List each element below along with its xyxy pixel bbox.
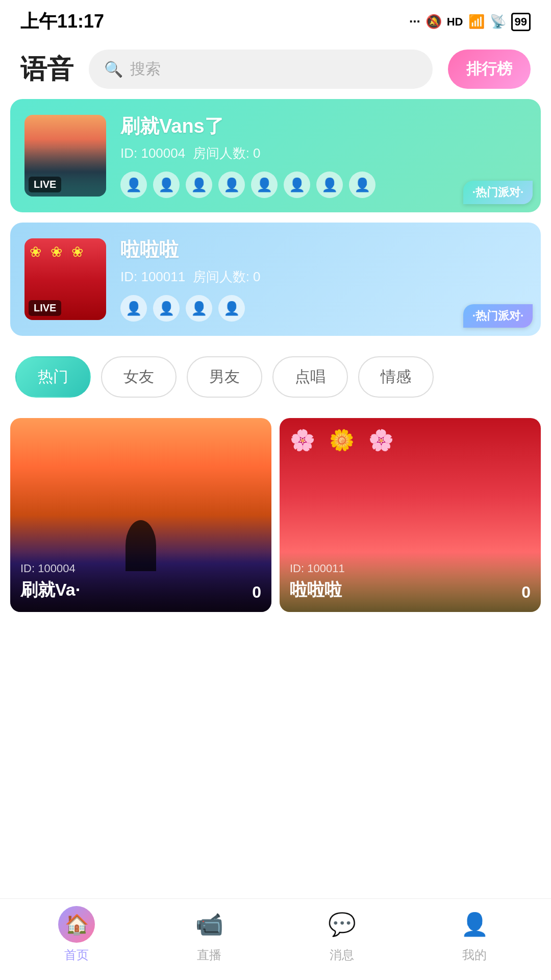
grid-card-2[interactable]: ID: 100011 啦啦啦 0 xyxy=(280,418,541,612)
status-bar: 上午11:17 ··· 🔕 HD 📶 📡 99 xyxy=(0,0,551,39)
room-meta-2: ID: 100011 房间人数: 0 xyxy=(120,268,527,286)
seat-icon: 👤 xyxy=(120,172,147,198)
nav-label-messages: 消息 xyxy=(330,947,354,963)
seat-icon: 👤 xyxy=(316,172,343,198)
live-badge-1: LIVE xyxy=(29,177,61,192)
room-meta-1: ID: 100004 房间人数: 0 xyxy=(120,144,527,162)
grid-card-overlay-2: ID: 100011 啦啦啦 xyxy=(280,552,541,612)
cat-tab-sing[interactable]: 点唱 xyxy=(272,356,348,398)
grid-card-name-2: 啦啦啦 xyxy=(290,578,531,602)
grid-card-name-1: 刷就Va· xyxy=(20,578,261,602)
cat-tab-hot[interactable]: 热门 xyxy=(15,356,91,398)
bottom-nav: 🏠 首页 📹 直播 💬 消息 👤 我的 xyxy=(0,898,551,980)
grid-section: ID: 100004 刷就Va· 0 ID: 100011 啦啦啦 0 xyxy=(0,408,551,622)
room-card-1[interactable]: LIVE 刷就Vans了 ID: 100004 房间人数: 0 👤 👤 👤 👤 … xyxy=(10,99,541,212)
seat-icon: 👤 xyxy=(349,172,375,198)
messages-icon: 💬 xyxy=(323,906,360,943)
grid-card-1[interactable]: ID: 100004 刷就Va· 0 xyxy=(10,418,271,612)
grid-card-count-2: 0 xyxy=(521,583,531,602)
nav-label-live: 直播 xyxy=(197,947,221,963)
nav-item-messages[interactable]: 💬 消息 xyxy=(276,906,408,963)
signal-bars-icon: 📶 xyxy=(468,14,485,30)
page-title: 语音 xyxy=(20,52,73,87)
live-icon: 📹 xyxy=(191,906,228,943)
seat-icon: 👤 xyxy=(284,172,310,198)
cat-tab-emotion[interactable]: 情感 xyxy=(358,356,434,398)
hot-tag-1: ·热门派对· xyxy=(463,181,533,204)
hot-tag-2: ·热门派对· xyxy=(463,304,533,328)
room-card-2[interactable]: LIVE 啦啦啦 ID: 100011 房间人数: 0 👤 👤 👤 👤 ·热门派… xyxy=(10,223,541,336)
seat-icon: 👤 xyxy=(120,295,147,322)
nav-label-home: 首页 xyxy=(64,947,89,963)
seat-icon: 👤 xyxy=(153,295,180,322)
status-time: 上午11:17 xyxy=(20,9,104,34)
room-name-2: 啦啦啦 xyxy=(120,237,527,263)
nav-label-profile: 我的 xyxy=(462,947,487,963)
signal-icon: ··· xyxy=(409,14,420,30)
home-icon: 🏠 xyxy=(58,906,95,943)
search-icon: 🔍 xyxy=(104,60,123,78)
seat-icon: 👤 xyxy=(251,172,278,198)
cards-grid: ID: 100004 刷就Va· 0 ID: 100011 啦啦啦 0 xyxy=(10,418,541,612)
mute-icon: 🔕 xyxy=(425,14,442,30)
room-thumb-1: LIVE xyxy=(24,115,106,197)
grid-card-overlay-1: ID: 100004 刷就Va· xyxy=(10,552,271,612)
status-icons: ··· 🔕 HD 📶 📡 99 xyxy=(409,13,531,31)
live-badge-2: LIVE xyxy=(29,300,61,316)
ranking-button[interactable]: 排行榜 xyxy=(448,50,531,89)
grid-card-id-1: ID: 100004 xyxy=(20,562,261,575)
header: 语音 🔍 搜索 排行榜 xyxy=(0,39,551,99)
search-bar[interactable]: 🔍 搜索 xyxy=(89,50,433,89)
nav-item-home[interactable]: 🏠 首页 xyxy=(10,906,143,963)
seat-icon: 👤 xyxy=(218,295,245,322)
seat-icon: 👤 xyxy=(186,295,212,322)
seat-icon: 👤 xyxy=(153,172,180,198)
room-name-1: 刷就Vans了 xyxy=(120,113,527,139)
nav-item-profile[interactable]: 👤 我的 xyxy=(408,906,541,963)
seat-icon: 👤 xyxy=(218,172,245,198)
network-hd-icon: HD xyxy=(447,15,463,29)
seat-icon: 👤 xyxy=(186,172,212,198)
profile-icon: 👤 xyxy=(456,906,493,943)
nav-item-live[interactable]: 📹 直播 xyxy=(143,906,276,963)
room-thumb-2: LIVE xyxy=(24,238,106,320)
category-section: 热门 女友 男友 点唱 情感 xyxy=(0,336,551,408)
grid-card-count-1: 0 xyxy=(252,583,261,602)
category-tabs: 热门 女友 男友 点唱 情感 xyxy=(15,356,536,398)
battery-icon: 99 xyxy=(511,13,531,31)
search-placeholder: 搜索 xyxy=(130,59,161,80)
cat-tab-girlfriend[interactable]: 女友 xyxy=(101,356,177,398)
grid-card-id-2: ID: 100011 xyxy=(290,562,531,575)
wifi-icon: 📡 xyxy=(490,14,506,30)
cat-tab-boyfriend[interactable]: 男友 xyxy=(187,356,262,398)
rooms-section: LIVE 刷就Vans了 ID: 100004 房间人数: 0 👤 👤 👤 👤 … xyxy=(0,99,551,336)
